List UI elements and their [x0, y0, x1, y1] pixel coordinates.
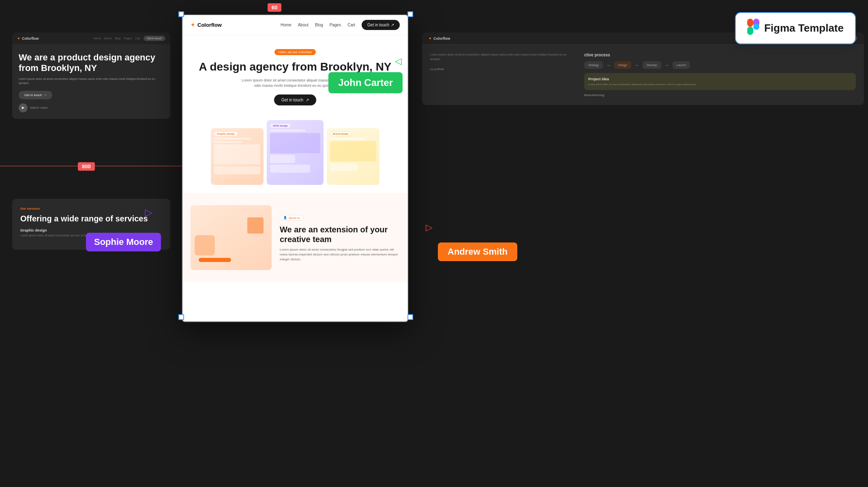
nav-blog[interactable]: Blog	[315, 23, 323, 27]
top-width-indicator: 60	[268, 3, 281, 12]
cursor-red: ▷	[426, 222, 433, 233]
site-cta-arrow: ↗	[391, 23, 394, 27]
hero-badge: Hello, we are Colorflow	[274, 49, 316, 55]
handle-br	[407, 314, 413, 320]
site-nav: ✦ Colorflow Home About Blog Pages Cart G…	[182, 15, 408, 35]
left-main-preview: ✦ Colorflow Home About Blog Pages Cart G…	[12, 32, 170, 119]
rlp-portfolio-link[interactable]: ee portfolio	[430, 68, 444, 71]
left-star-icon: ✦	[17, 36, 20, 41]
nav-about[interactable]: About	[298, 23, 309, 27]
left-play-btn[interactable]: ▶	[19, 103, 28, 112]
flow-node-4: Launch	[673, 61, 690, 69]
main-frame: ✦ Colorflow Home About Blog Pages Cart G…	[182, 14, 409, 322]
mockup-label-brand: Brand design	[330, 131, 351, 136]
left-nav-links: Home About Blog Pages Cart	[93, 37, 140, 40]
flow-node-2: Design	[614, 61, 631, 69]
flow-arrow-2: →	[634, 62, 639, 68]
rlp-body-text: Lorem ipsum dolor sit amet consectetur a…	[430, 53, 568, 61]
svg-point-3	[753, 24, 759, 30]
left-nav: ✦ Colorflow Home About Blog Pages Cart G…	[12, 32, 170, 44]
john-carter-badge: John Carter	[328, 72, 403, 93]
flow-arrow-1: →	[606, 62, 611, 68]
flow-node-1: Strategy	[584, 61, 603, 69]
hero-cta-btn[interactable]: Get in touch ↗	[274, 94, 316, 105]
person-icon: 👤	[283, 216, 287, 219]
svg-rect-4	[747, 27, 753, 35]
left-hero-headline: We are a product design agency from Broo…	[19, 52, 164, 74]
cursor-green: ◁	[395, 56, 402, 67]
hero-mockups: Graphic design UI/UX design Brand design	[182, 120, 408, 185]
rlp-process-label: ctive process	[584, 53, 856, 57]
width-label: 800	[78, 162, 95, 171]
figma-icon	[747, 19, 759, 38]
project-idea-card: Project idea Lorem ipsum dolor sit amet …	[584, 73, 856, 90]
left-offering-label: Our services	[20, 207, 162, 210]
left-watch-label: Watch video	[30, 106, 48, 109]
sophie-moore-badge: Sophie Moore	[86, 233, 161, 251]
about-body: Lorem ipsum dolor sit amet consectetur f…	[280, 247, 400, 262]
about-badge: 👤 About us	[280, 215, 304, 221]
left-logo: ✦ Colorflow	[17, 36, 39, 41]
andrew-smith-badge: Andrew Smith	[438, 242, 517, 261]
site-star-icon: ✦	[191, 22, 195, 28]
about-mockup	[191, 205, 272, 270]
left-cta-btn[interactable]: Get in touch	[144, 36, 165, 41]
mockup-uiux-design: UI/UX design	[267, 120, 324, 185]
figma-template-badge[interactable]: Figma Template	[735, 12, 856, 44]
handle-bl	[178, 314, 184, 320]
hero-cta-arrow: ↗	[306, 98, 309, 102]
site-about: 👤 About us We are an extension of your c…	[182, 193, 408, 282]
flow-arrow-3: →	[664, 62, 669, 68]
site-cta-btn[interactable]: Get in touch ↗	[362, 20, 400, 30]
brainstorm-label: Brainstorming	[584, 93, 856, 97]
left-hero-body: Lorem ipsum dolor sit amet consectetur a…	[19, 77, 164, 86]
left-services-headline: Offering a wide range of services	[20, 214, 162, 223]
cursor-purple: ◁	[145, 207, 152, 218]
mockup-graphic-design: Graphic design	[211, 128, 264, 185]
site-logo-text: Colorflow	[197, 22, 222, 28]
about-headline: We are an extension of your creative tea…	[280, 225, 400, 244]
left-hero-btn[interactable]: Get in touch →	[19, 91, 52, 99]
mockup-label-uiux: UI/UX design	[270, 123, 291, 128]
mockup-brand-design: Brand design	[327, 128, 379, 185]
mockup-label-graphic: Graphic design	[214, 131, 238, 136]
nav-pages[interactable]: Pages	[330, 23, 341, 27]
rlp-star-icon: ✦	[429, 36, 432, 41]
hero-headline: A design agency from Brooklyn, NY	[199, 60, 392, 74]
nav-home[interactable]: Home	[281, 23, 291, 27]
handle-tl	[178, 11, 184, 17]
figma-badge-label: Figma Template	[764, 22, 844, 34]
nav-cart[interactable]: Cart	[347, 23, 355, 27]
svg-rect-0	[747, 19, 753, 27]
arrow-right-icon: →	[43, 93, 47, 97]
flow-node-3: Develop	[643, 61, 661, 69]
handle-tr	[407, 11, 413, 17]
